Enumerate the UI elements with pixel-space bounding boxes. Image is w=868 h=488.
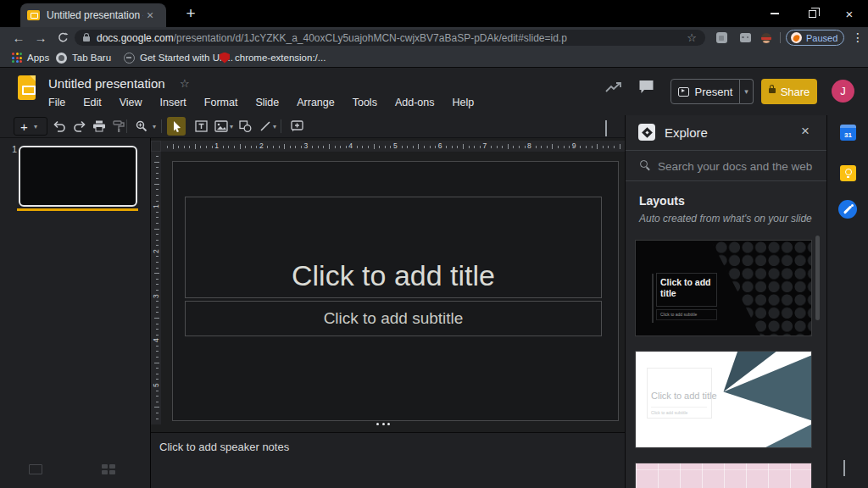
menu-tools[interactable]: Tools (347, 95, 383, 110)
explore-close-button[interactable]: × (801, 123, 810, 140)
account-avatar[interactable]: J (832, 80, 854, 103)
profile-button[interactable]: Paused (786, 30, 844, 46)
bookmark-star-icon[interactable]: ☆ (687, 31, 697, 44)
new-tab-button[interactable]: + (178, 2, 203, 25)
back-button[interactable]: ← (8, 29, 29, 47)
keep-icon[interactable] (840, 165, 856, 181)
filmstrip: 1 (0, 138, 151, 488)
new-slide-button[interactable]: + ▾ (14, 117, 47, 136)
menu-insert[interactable]: Insert (154, 95, 192, 110)
ruler-tick (156, 167, 159, 168)
select-tool-button-active[interactable] (167, 117, 186, 136)
tasks-icon[interactable] (838, 200, 857, 219)
insert-shape-button[interactable] (235, 117, 255, 136)
ruler-number: 1 (214, 141, 219, 151)
window-close-button[interactable]: × (831, 0, 868, 27)
ruler-tick (323, 146, 324, 148)
present-button[interactable]: Present (670, 79, 740, 104)
menu-arrange[interactable]: Arrange (291, 95, 340, 110)
ruler-number: 2 (259, 141, 264, 151)
layout-option-pink[interactable] (635, 463, 812, 488)
menu-view[interactable]: View (114, 95, 148, 110)
new-slide-dropdown-icon[interactable]: ▾ (34, 123, 37, 130)
hide-menus-button[interactable] (605, 122, 607, 137)
speaker-notes-panel[interactable]: Click to add speaker notes (151, 432, 625, 488)
notes-resize-handle[interactable] (376, 423, 390, 425)
address-bar[interactable]: docs.google.com /presentation/d/1JcYZKK_… (75, 30, 705, 46)
url-path: /presentation/d/1JcYZKK_a_40oxCLy5uajohM… (174, 32, 682, 44)
menu-addons[interactable]: Add-ons (389, 95, 441, 110)
insights-icon[interactable] (605, 81, 622, 93)
ruler-tick (234, 146, 235, 148)
extension-button-1[interactable] (713, 30, 730, 46)
extension-button-3[interactable] (758, 30, 775, 46)
undo-button[interactable] (49, 117, 70, 136)
browser-menu-button[interactable]: ⋮ (849, 29, 866, 47)
subtitle-placeholder-box[interactable]: Click to add subtitle (185, 301, 602, 336)
ruler-tick (357, 146, 358, 148)
shield-icon (220, 53, 230, 64)
calendar-icon[interactable]: 31 (840, 125, 856, 141)
ruler-tick (228, 146, 229, 148)
slide-canvas[interactable]: Click to add title Click to add subtitle (172, 161, 619, 421)
ruler-tick (156, 223, 159, 224)
slides-logo-icon[interactable] (18, 75, 36, 100)
layout-subtitle-text: Click to add subtitle (651, 407, 707, 415)
ruler-tick (156, 351, 159, 352)
url-domain: docs.google.com (97, 32, 174, 44)
ruler-number: 5 (393, 141, 398, 151)
insert-comment-button[interactable] (287, 117, 307, 136)
scrollbar-thumb[interactable] (815, 236, 820, 320)
ruler-tick (156, 374, 159, 374)
window-restore-button[interactable] (793, 0, 831, 27)
ruler-tick (402, 146, 403, 148)
ruler-tick (154, 184, 159, 185)
layout-title-box: Click to add title Click to add subtitle (647, 368, 712, 419)
layout-option-geometric[interactable]: Click to add title Click to add subtitle (635, 351, 812, 448)
menu-slide[interactable]: Slide (249, 95, 285, 110)
bookmark-extension[interactable]: chrome-extension:/... (220, 48, 326, 67)
reload-button[interactable] (53, 29, 73, 47)
filmstrip-view-button[interactable] (29, 464, 42, 474)
ruler-tick (156, 312, 159, 313)
ruler-tick (156, 284, 159, 285)
active-slide-accent (17, 208, 138, 211)
ruler-tick (173, 144, 174, 149)
menu-format[interactable]: Format (198, 95, 244, 110)
ruler-tick (223, 146, 224, 148)
menu-edit[interactable]: Edit (77, 95, 108, 110)
layout-option-dark-dots[interactable]: Click to add title Click to add subtitle (635, 240, 812, 336)
comments-icon[interactable] (638, 80, 654, 94)
line-dropdown-icon[interactable]: ▾ (270, 117, 280, 136)
slide-thumbnail-selected[interactable] (19, 146, 137, 207)
accent-line (652, 274, 654, 323)
title-placeholder-box[interactable]: Click to add title (185, 197, 602, 298)
present-dropdown-button[interactable]: ▾ (740, 79, 754, 104)
ruler-tick (156, 301, 159, 302)
ruler-number: 7 (482, 141, 487, 151)
grid-view-button[interactable] (102, 464, 115, 474)
bookmark-tab-baru[interactable]: Tab Baru (56, 48, 111, 67)
menu-file[interactable]: File (42, 95, 71, 110)
bookmark-apps[interactable]: Apps (12, 48, 49, 67)
explore-search-input[interactable] (658, 155, 815, 177)
browser-tab[interactable]: Untitled presentation - Google Sl × (20, 3, 166, 27)
star-document-icon[interactable]: ☆ (180, 77, 190, 90)
extension-button-2[interactable] (737, 30, 754, 46)
menu-help[interactable]: Help (446, 95, 480, 110)
text-box-button[interactable] (191, 117, 211, 136)
zoom-dropdown-icon[interactable]: ▾ (149, 117, 159, 136)
window-minimize-button[interactable] (756, 0, 793, 27)
side-panel-expand-button[interactable] (843, 462, 845, 477)
horizontal-ruler: 123456789 (161, 141, 625, 152)
ruler-tick (156, 324, 159, 324)
redo-button[interactable] (70, 117, 90, 136)
tab-close-icon[interactable]: × (147, 9, 153, 21)
document-title[interactable]: Untitled presentation (48, 76, 165, 91)
ruler-tick (318, 146, 319, 148)
ruler-tick (189, 146, 190, 148)
print-button[interactable] (89, 117, 109, 136)
share-button[interactable]: Share (761, 79, 817, 104)
forward-button[interactable]: → (31, 29, 51, 47)
bookmark-get-started[interactable]: Get Started with Un... (124, 48, 233, 67)
